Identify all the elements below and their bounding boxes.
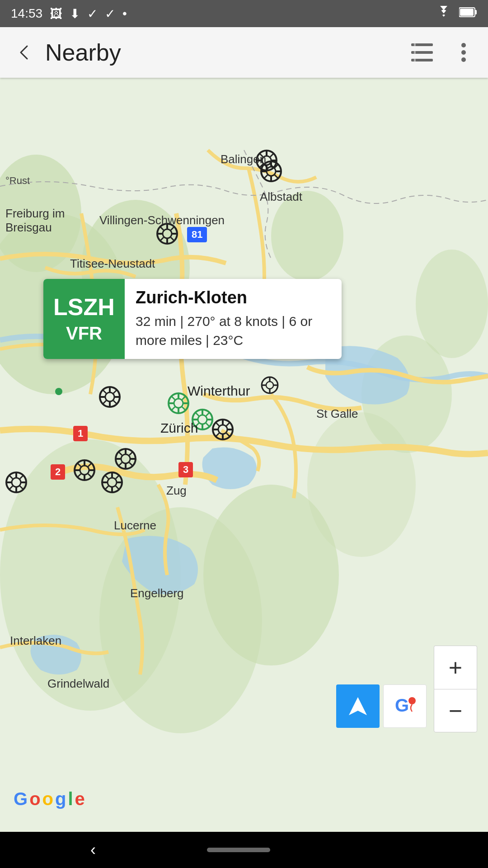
svg-line-43 <box>160 237 164 241</box>
zoom-controls: + − <box>434 646 477 732</box>
svg-point-35 <box>163 229 172 238</box>
svg-line-111 <box>116 486 119 490</box>
bottom-nav: ‹ <box>0 832 488 868</box>
svg-line-70 <box>195 412 199 416</box>
marker-near-zurich-2[interactable] <box>73 458 96 482</box>
back-button[interactable] <box>11 39 38 66</box>
marker-top-small[interactable] <box>260 376 279 395</box>
map-action-buttons: G <box>336 684 427 728</box>
svg-line-32 <box>270 153 274 157</box>
road-badge-1: 1 <box>73 426 88 441</box>
svg-point-85 <box>121 454 130 463</box>
svg-line-61 <box>182 407 186 410</box>
system-back-button[interactable]: ‹ <box>90 840 96 859</box>
dot-icon: • <box>122 6 127 21</box>
svg-line-41 <box>171 237 174 241</box>
label-zug: Zug <box>166 484 187 498</box>
more-options-button[interactable] <box>450 39 477 66</box>
home-indicator[interactable] <box>207 848 270 852</box>
wifi-icon <box>436 6 452 22</box>
navigate-icon <box>345 693 371 719</box>
svg-point-55 <box>174 399 183 408</box>
road-badge-2: 2 <box>51 464 65 480</box>
label-interlaken: Interlaken <box>10 634 61 648</box>
road-badge-3: 3 <box>178 462 193 477</box>
download-icon: ⬇ <box>70 6 80 21</box>
svg-point-9 <box>461 43 466 47</box>
image-icon: 🖼 <box>50 6 62 21</box>
svg-line-133 <box>264 175 267 179</box>
svg-rect-7 <box>414 51 416 54</box>
svg-line-72 <box>206 412 210 416</box>
list-view-button[interactable] <box>408 39 436 66</box>
airport-info-text: Zurich-Kloten 32 min | 270° at 8 knots |… <box>125 279 342 359</box>
svg-line-112 <box>116 475 119 479</box>
svg-line-82 <box>226 422 230 426</box>
label-winterthur: Winterthur <box>188 383 250 399</box>
svg-line-81 <box>226 433 230 437</box>
label-lucerne: Lucerne <box>114 519 156 533</box>
google-maps-button[interactable]: G <box>383 684 427 728</box>
label-grindelwald: Grindelwald <box>47 677 109 691</box>
marker-near-zurich-1[interactable] <box>114 447 137 471</box>
zoom-out-button[interactable]: − <box>434 689 477 732</box>
svg-line-121 <box>20 486 23 490</box>
svg-line-92 <box>129 452 133 455</box>
svg-point-115 <box>12 478 21 487</box>
svg-rect-2 <box>460 9 474 16</box>
map-container[interactable]: Balingen Albstadt Villingen-Schwenningen… <box>0 78 488 832</box>
time-display: 14:53 <box>11 6 42 21</box>
svg-line-91 <box>129 462 133 466</box>
marker-zurich-green-1[interactable] <box>167 392 190 415</box>
zoom-in-button[interactable]: + <box>434 646 477 689</box>
svg-line-53 <box>103 401 106 404</box>
svg-point-45 <box>105 392 114 401</box>
svg-line-51 <box>113 401 117 404</box>
svg-point-16 <box>271 191 343 281</box>
svg-line-110 <box>105 475 108 479</box>
page-title: Nearby <box>38 39 408 66</box>
svg-point-22 <box>416 250 488 358</box>
svg-point-142 <box>408 697 416 704</box>
navigate-button[interactable] <box>336 684 380 728</box>
label-titisee: Titisee-Neustadt <box>70 257 155 271</box>
airport-name: Zurich-Kloten <box>136 288 331 307</box>
svg-line-123 <box>9 486 13 490</box>
marker-far-left[interactable] <box>5 471 28 494</box>
marker-3[interactable] <box>98 385 122 409</box>
status-right <box>436 6 477 22</box>
svg-line-80 <box>216 422 219 426</box>
svg-point-10 <box>461 50 466 55</box>
svg-point-135 <box>266 382 273 389</box>
status-bar: 14:53 🖼 ⬇ ✓ ✓ • <box>0 0 488 27</box>
svg-point-11 <box>461 57 466 62</box>
svg-line-62 <box>182 396 186 400</box>
label-freiburg: Freiburg imBreisgau <box>5 207 65 235</box>
svg-line-60 <box>171 396 175 400</box>
google-logo: Google <box>14 789 85 809</box>
airport-info-card[interactable]: LSZH VFR Zurich-Kloten 32 min | 270° at … <box>43 279 342 359</box>
app-bar-actions <box>408 39 477 66</box>
svg-line-113 <box>105 486 108 490</box>
label-engelberg: Engelberg <box>130 586 184 600</box>
svg-line-71 <box>206 423 210 427</box>
svg-line-101 <box>88 474 92 477</box>
marker-zurich-black-3[interactable] <box>211 418 235 441</box>
airport-vfr-status: VFR <box>66 323 102 344</box>
marker-near-zurich-3[interactable] <box>100 471 124 494</box>
svg-point-95 <box>80 466 89 475</box>
airport-icao: LSZH <box>53 294 115 320</box>
svg-line-131 <box>275 175 278 179</box>
svg-point-65 <box>198 415 207 424</box>
road-badge-81: 81 <box>187 227 207 242</box>
airport-details: 32 min | 270° at 8 knots | 6 or more mil… <box>136 312 331 350</box>
check-icon-2: ✓ <box>105 6 115 21</box>
battery-icon <box>459 6 477 21</box>
svg-line-90 <box>118 452 122 455</box>
label-stgallen: St Galle <box>316 407 358 421</box>
svg-line-83 <box>216 433 219 437</box>
label-albstadt: Albstadt <box>260 190 302 204</box>
svg-line-52 <box>113 390 117 393</box>
check-icon: ✓ <box>87 6 98 21</box>
svg-point-105 <box>108 478 117 487</box>
